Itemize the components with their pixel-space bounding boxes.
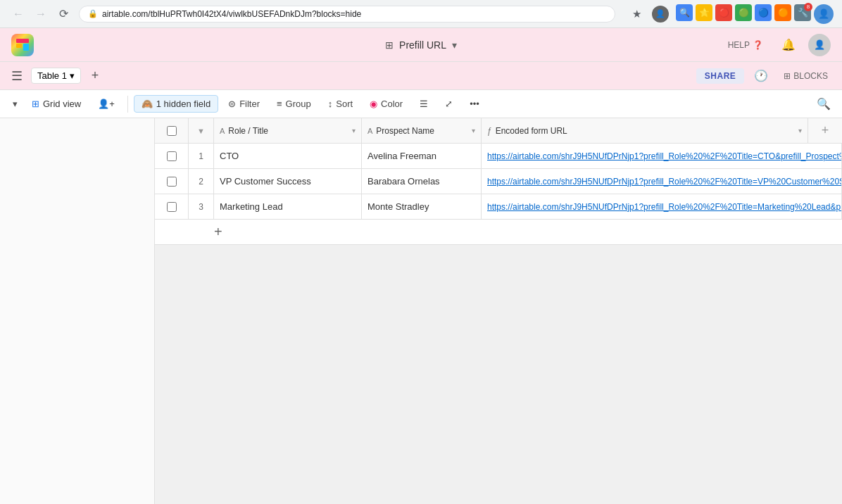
add-view-button[interactable]: 👤+ bbox=[91, 96, 122, 112]
row3-prospect-cell[interactable]: Monte Stradley bbox=[362, 194, 482, 219]
address-bar[interactable]: 🔒 airtable.com/tblHuPRTwh0I42tX4/viwlkbU… bbox=[79, 6, 615, 23]
blocks-button[interactable]: ⊞ BLOCKS bbox=[778, 65, 834, 87]
col-header-url[interactable]: ƒ Encoded form URL ▾ bbox=[482, 118, 808, 143]
sort-button[interactable]: ↕ Sort bbox=[321, 96, 360, 112]
row3-role-cell[interactable]: Marketing Lead bbox=[214, 194, 362, 219]
row-expand-icon: ▼ bbox=[197, 127, 205, 135]
color-button[interactable]: ◉ Color bbox=[363, 96, 410, 112]
row2-url: https://airtable.com/shrJ9H5NUfDPrNjp1?p… bbox=[487, 177, 842, 187]
table-icon: ⊞ bbox=[385, 39, 394, 51]
row1-url-cell[interactable]: https://airtable.com/shrJ9H5NUfDPrNjp1?p… bbox=[482, 144, 842, 168]
app-logo[interactable] bbox=[11, 34, 34, 56]
view-toggle-button[interactable]: ▾ bbox=[8, 96, 22, 112]
sort-icon: ↕ bbox=[328, 99, 333, 109]
profile-avatar: 👤 bbox=[652, 6, 669, 23]
more-options-button[interactable]: ••• bbox=[463, 96, 486, 112]
text-icon-prospect: A bbox=[367, 127, 372, 135]
group-button[interactable]: ≡ Group bbox=[270, 96, 318, 112]
col-prospect-label: Prospect Name bbox=[376, 126, 434, 136]
blocks-icon: ⊞ bbox=[784, 71, 791, 81]
share-button[interactable]: SHARE bbox=[696, 68, 745, 84]
row2-prospect: Barabara Ornelas bbox=[367, 176, 440, 187]
help-icon: ❓ bbox=[753, 40, 763, 50]
col-header-prospect[interactable]: A Prospect Name ▾ bbox=[362, 118, 482, 143]
row2-checkbox-cell[interactable] bbox=[155, 169, 189, 194]
color-icon: ◉ bbox=[370, 99, 377, 109]
row3-checkbox-cell[interactable] bbox=[155, 194, 189, 219]
row3-url-cell[interactable]: https://airtable.com/shrJ9H5NUfDPrNjp1?p… bbox=[482, 194, 842, 219]
reload-button[interactable]: ⟳ bbox=[54, 4, 73, 24]
ext-badge[interactable]: 🔧8 bbox=[794, 4, 811, 21]
hidden-fields-label: 1 hidden field bbox=[156, 99, 210, 109]
table-name-tag[interactable]: Table 1 ▾ bbox=[31, 68, 81, 84]
notifications-button[interactable]: 🔔 bbox=[777, 34, 800, 56]
grid-icon: ⊞ bbox=[32, 99, 39, 109]
back-button[interactable]: ← bbox=[8, 4, 28, 24]
color-label: Color bbox=[381, 99, 403, 109]
col-role-dropdown[interactable]: ▾ bbox=[352, 127, 356, 134]
view-toolbar: ▾ ⊞ Grid view 👤+ 🙈 1 hidden field ⊜ Filt… bbox=[0, 90, 842, 118]
blocks-label: BLOCKS bbox=[793, 71, 828, 81]
row2-url-cell[interactable]: https://airtable.com/shrJ9H5NUfDPrNjp1?p… bbox=[482, 169, 842, 194]
title-dropdown-icon[interactable]: ▾ bbox=[452, 39, 457, 51]
more-icon: ••• bbox=[470, 99, 479, 109]
header-checkbox-cell[interactable] bbox=[155, 118, 189, 143]
help-button[interactable]: HELP ❓ bbox=[722, 37, 769, 53]
add-view-icon: 👤+ bbox=[98, 99, 115, 109]
row3-checkbox[interactable] bbox=[167, 202, 177, 212]
user-avatar[interactable]: 👤 bbox=[808, 34, 831, 56]
hidden-fields-button[interactable]: 🙈 1 hidden field bbox=[134, 95, 218, 113]
forward-button[interactable]: → bbox=[31, 4, 51, 24]
table-header-row: ▼ A Role / Title ▾ A Prospect Name ▾ ƒ E… bbox=[155, 118, 842, 144]
group-label: Group bbox=[286, 99, 311, 109]
help-label: HELP bbox=[728, 40, 750, 50]
formula-icon-url: ƒ bbox=[487, 126, 492, 136]
left-sidebar bbox=[0, 118, 155, 504]
ext-blue[interactable]: 🔵 bbox=[755, 4, 772, 21]
ext-star[interactable]: ⭐ bbox=[696, 4, 712, 21]
col-url-label: Encoded form URL bbox=[496, 126, 567, 136]
table-grid-wrapper[interactable]: ▼ A Role / Title ▾ A Prospect Name ▾ ƒ E… bbox=[155, 118, 842, 504]
add-row-button[interactable]: + bbox=[155, 220, 842, 245]
bookmarks-button[interactable]: ★ bbox=[627, 4, 646, 24]
add-column-button[interactable]: + bbox=[808, 123, 842, 138]
row1-role: CTO bbox=[220, 151, 239, 161]
grid-view-button[interactable]: ⊞ Grid view bbox=[25, 96, 88, 112]
expand-button[interactable]: ⤢ bbox=[438, 96, 460, 112]
history-button[interactable]: 🕐 bbox=[750, 65, 772, 87]
add-table-button[interactable]: + bbox=[87, 68, 103, 84]
row1-role-cell[interactable]: CTO bbox=[214, 144, 362, 168]
svg-rect-2 bbox=[16, 39, 29, 43]
ext-red[interactable]: 🔴 bbox=[715, 4, 732, 21]
ext-orange[interactable]: 🟠 bbox=[774, 4, 791, 21]
filter-button[interactable]: ⊜ Filter bbox=[221, 96, 267, 112]
row1-checkbox-cell[interactable] bbox=[155, 144, 189, 168]
row2-role: VP Customer Success bbox=[220, 176, 311, 187]
col-url-dropdown[interactable]: ▾ bbox=[798, 127, 802, 134]
row1-checkbox[interactable] bbox=[167, 151, 177, 161]
col-role-label: Role / Title bbox=[228, 126, 268, 136]
row2-role-cell[interactable]: VP Customer Success bbox=[214, 169, 362, 194]
filter-label: Filter bbox=[239, 99, 260, 109]
row1-url: https://airtable.com/shrJ9H5NUfDPrNjp1?p… bbox=[487, 151, 842, 161]
row2-checkbox[interactable] bbox=[167, 177, 177, 187]
hamburger-menu[interactable]: ☰ bbox=[8, 65, 25, 87]
ext-green[interactable]: 🟢 bbox=[735, 4, 752, 21]
table-toolbar: ☰ Table 1 ▾ + SHARE 🕐 ⊞ BLOCKS bbox=[0, 62, 842, 90]
user-profile-button[interactable]: 👤 bbox=[814, 4, 834, 24]
row1-prospect-cell[interactable]: Avelina Freeman bbox=[362, 144, 482, 168]
search-button[interactable]: 🔍 bbox=[814, 94, 834, 113]
browser-actions: ★ 👤 bbox=[627, 4, 670, 24]
table-container: ▼ A Role / Title ▾ A Prospect Name ▾ ƒ E… bbox=[155, 118, 842, 245]
row-height-icon: ☰ bbox=[420, 99, 428, 109]
ext-search[interactable]: 🔍 bbox=[676, 4, 693, 21]
row-height-button[interactable]: ☰ bbox=[413, 96, 435, 112]
profile-menu-button[interactable]: 👤 bbox=[651, 4, 670, 24]
row1-num: 1 bbox=[189, 144, 214, 168]
row2-prospect-cell[interactable]: Barabara Ornelas bbox=[362, 169, 482, 194]
select-all-checkbox[interactable] bbox=[167, 126, 177, 136]
col-header-role[interactable]: A Role / Title ▾ bbox=[214, 118, 362, 143]
hidden-fields-icon: 🙈 bbox=[142, 99, 153, 109]
sort-label: Sort bbox=[336, 99, 353, 109]
col-prospect-dropdown[interactable]: ▾ bbox=[472, 127, 475, 134]
